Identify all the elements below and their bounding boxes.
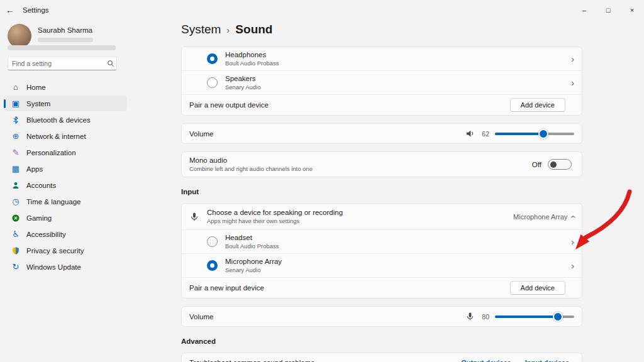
mono-audio-card: Mono audio Combine left and right audio … <box>181 151 582 177</box>
pair-input-device-row: Pair a new input device Add device <box>182 278 582 298</box>
personalization-icon: ✎ <box>10 148 21 157</box>
output-volume-slider-thumb[interactable] <box>495 133 544 135</box>
toggle-knob <box>550 162 557 168</box>
accounts-icon <box>10 181 21 190</box>
chevron-right-icon[interactable]: › <box>571 261 574 270</box>
microphone-array-radio[interactable] <box>207 260 218 271</box>
mono-audio-toggle[interactable] <box>548 159 572 170</box>
user-name: Saurabh Sharma <box>38 26 93 34</box>
device-name: Headset <box>225 234 279 241</box>
sidebar-item-home[interactable]: ⌂ Home <box>4 79 127 95</box>
sidebar-item-bluetooth-devices[interactable]: Bluetooth & devices <box>4 112 127 128</box>
device-name: Headphones <box>225 51 279 58</box>
output-devices-card: Headphones Boult Audio Probass › Speaker… <box>181 47 582 116</box>
advanced-section-header: Advanced <box>181 337 582 345</box>
chevron-right-icon[interactable]: › <box>571 79 574 87</box>
headset-radio[interactable] <box>207 236 218 247</box>
accessibility-icon: ♿ <box>10 229 21 239</box>
device-subtitle: Boult Audio Probass <box>225 60 279 67</box>
chevron-right-icon[interactable]: › <box>571 238 574 246</box>
bluetooth-icon <box>10 116 21 124</box>
back-button[interactable]: ← <box>0 0 20 20</box>
input-devices-link[interactable]: Input devices <box>525 359 569 362</box>
input-volume-label: Volume <box>189 313 213 321</box>
redacted-account-text <box>38 38 93 42</box>
sidebar-item-windows-update[interactable]: ↻ Windows Update <box>4 259 127 275</box>
maximize-button[interactable]: □ <box>596 0 620 20</box>
minimize-button[interactable]: – <box>572 0 596 20</box>
mono-audio-title: Mono audio <box>189 156 313 164</box>
sidebar-item-system[interactable]: ▣ System <box>4 96 127 111</box>
breadcrumb: System › Sound <box>181 20 582 39</box>
search-input[interactable] <box>8 60 105 67</box>
input-volume-card: Volume 80 <box>181 306 582 327</box>
sidebar-item-time-language[interactable]: ◷ Time & language <box>4 194 127 209</box>
sidebar-item-personalization[interactable]: ✎ Personalization <box>4 145 127 160</box>
speaker-icon[interactable] <box>465 129 475 138</box>
chevron-up-icon[interactable]: › <box>568 215 578 218</box>
avatar <box>8 24 31 48</box>
input-devices-card: Choose a device for speaking or recordin… <box>181 203 582 299</box>
headphones-radio[interactable] <box>207 53 218 64</box>
device-subtitle: Boult Audio Probass <box>225 243 279 250</box>
microphone-icon[interactable] <box>465 312 475 321</box>
main-content: System › Sound Headphones Boult Audio Pr… <box>181 20 582 362</box>
output-volume-slider[interactable] <box>495 133 574 135</box>
search-icon <box>105 60 116 67</box>
home-icon: ⌂ <box>10 82 21 92</box>
page-title: Sound <box>235 23 272 36</box>
choose-input-title: Choose a device for speaking or recordin… <box>207 209 343 216</box>
sidebar-item-gaming[interactable]: Gaming <box>4 210 127 226</box>
user-profile[interactable]: Saurabh Sharma <box>8 24 93 48</box>
selected-input-device: Microphone Array <box>513 213 567 221</box>
add-output-device-button[interactable]: Add device <box>510 98 565 112</box>
output-devices-link[interactable]: Output devices <box>461 359 511 362</box>
sidebar-item-apps[interactable]: ▦ Apps <box>4 161 127 177</box>
close-button[interactable]: × <box>620 0 644 20</box>
app-title: Settings <box>23 6 49 14</box>
choose-input-device-row[interactable]: Choose a device for speaking or recordin… <box>182 204 582 229</box>
mono-audio-state: Off <box>532 161 541 168</box>
search-box[interactable] <box>8 57 117 70</box>
device-subtitle: Senary Audio <box>225 266 282 273</box>
sidebar-item-accessibility[interactable]: ♿ Accessibility <box>4 226 127 242</box>
troubleshoot-card: Troubleshoot common sound problems Outpu… <box>181 353 582 362</box>
window-controls: – □ × <box>572 0 644 20</box>
sidebar-nav: ⌂ Home ▣ System Bluetooth & devices ⊕ Ne… <box>4 79 127 275</box>
system-icon: ▣ <box>10 99 21 108</box>
pair-output-label: Pair a new output device <box>189 101 269 109</box>
pair-input-label: Pair a new input device <box>189 284 264 292</box>
output-volume-value: 62 <box>480 130 489 138</box>
input-device-row-microphone-array[interactable]: Microphone Array Senary Audio › <box>182 254 582 277</box>
breadcrumb-separator-icon: › <box>226 25 230 35</box>
device-name: Speakers <box>225 75 261 82</box>
sidebar-item-accounts[interactable]: Accounts <box>4 177 127 193</box>
titlebar: ← Settings – □ × <box>0 0 644 20</box>
redacted-account-line <box>8 45 116 50</box>
privacy-security-icon <box>10 246 21 255</box>
chevron-right-icon[interactable]: › <box>571 55 574 63</box>
input-volume-value: 80 <box>480 313 489 321</box>
device-name: Microphone Array <box>225 258 282 265</box>
input-volume-slider[interactable] <box>495 315 574 318</box>
mono-audio-subtitle: Combine left and right audio channels in… <box>189 165 313 172</box>
troubleshoot-title: Troubleshoot common sound problems <box>189 359 314 362</box>
gaming-icon <box>10 214 21 222</box>
input-volume-slider-thumb[interactable] <box>495 315 558 318</box>
microphone-icon <box>189 212 199 222</box>
sidebar-item-privacy-security[interactable]: Privacy & security <box>4 243 127 258</box>
input-section-header: Input <box>181 188 582 195</box>
sidebar-item-network-internet[interactable]: ⊕ Network & internet <box>4 128 127 144</box>
device-subtitle: Senary Audio <box>225 84 261 90</box>
output-device-row-headphones[interactable]: Headphones Boult Audio Probass › <box>182 47 582 70</box>
time-language-icon: ◷ <box>10 197 21 206</box>
add-input-device-button[interactable]: Add device <box>510 281 565 295</box>
output-device-row-speakers[interactable]: Speakers Senary Audio › <box>182 71 582 94</box>
pair-output-device-row: Pair a new output device Add device <box>182 95 582 115</box>
breadcrumb-parent[interactable]: System <box>181 23 221 36</box>
network-icon: ⊕ <box>10 131 21 141</box>
speakers-radio[interactable] <box>207 77 218 88</box>
windows-update-icon: ↻ <box>10 262 21 272</box>
input-device-row-headset[interactable]: Headset Boult Audio Probass › <box>182 230 582 253</box>
choose-input-subtitle: Apps might have their own settings <box>207 217 343 224</box>
